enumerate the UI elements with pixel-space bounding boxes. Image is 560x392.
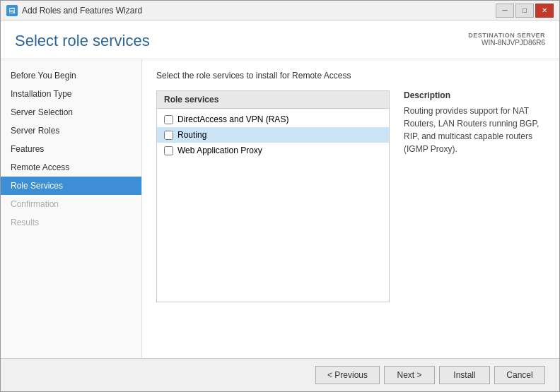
routing-checkbox[interactable]	[164, 131, 173, 140]
directaccess-checkbox[interactable]	[164, 115, 173, 124]
title-bar: Add Roles and Features Wizard ─ □ ✕	[1, 1, 559, 20]
description-text: Routing provides support for NAT Routers…	[404, 105, 545, 155]
web-app-proxy-label: Web Application Proxy	[177, 145, 262, 155]
footer: < Previous Next > Install Cancel	[1, 358, 559, 391]
directaccess-label: DirectAccess and VPN (RAS)	[177, 114, 288, 124]
destination-server-label: DESTINATION SERVER	[468, 32, 545, 39]
sidebar-item-before-you-begin[interactable]: Before You Begin	[1, 66, 141, 85]
minimize-button[interactable]: ─	[496, 4, 514, 18]
role-services-header: Role services	[157, 91, 389, 109]
two-column-layout: Role services DirectAccess and VPN (RAS)…	[156, 90, 545, 302]
main-content: Before You Begin Installation Type Serve…	[1, 59, 559, 358]
service-item-web-app-proxy[interactable]: Web Application Proxy	[157, 143, 389, 158]
routing-label: Routing	[177, 130, 206, 140]
svg-rect-1	[10, 9, 14, 10]
wizard-window: Add Roles and Features Wizard ─ □ ✕ Sele…	[0, 0, 560, 392]
svg-rect-3	[10, 12, 13, 13]
install-button[interactable]: Install	[439, 366, 490, 384]
role-services-list: DirectAccess and VPN (RAS) Routing Web A…	[157, 109, 389, 161]
sidebar-item-server-selection[interactable]: Server Selection	[1, 103, 141, 121]
maximize-button[interactable]: □	[515, 4, 534, 18]
destination-server-name: WIN-8NJVPJD86R6	[468, 39, 545, 47]
destination-server-info: DESTINATION SERVER WIN-8NJVPJD86R6	[468, 32, 545, 47]
sidebar-item-confirmation: Confirmation	[1, 195, 141, 213]
sidebar-item-role-services[interactable]: Role Services	[1, 177, 141, 195]
sidebar-item-installation-type[interactable]: Installation Type	[1, 85, 141, 103]
service-item-routing[interactable]: Routing	[157, 127, 389, 143]
service-item-directaccess[interactable]: DirectAccess and VPN (RAS)	[157, 112, 389, 127]
close-button[interactable]: ✕	[535, 4, 554, 18]
title-bar-controls: ─ □ ✕	[496, 4, 554, 18]
window-title: Add Roles and Features Wizard	[22, 6, 142, 16]
title-bar-left: Add Roles and Features Wizard	[6, 5, 142, 16]
sidebar-item-remote-access[interactable]: Remote Access	[1, 158, 141, 177]
role-services-panel: Role services DirectAccess and VPN (RAS)…	[156, 90, 390, 302]
next-button[interactable]: Next >	[384, 366, 435, 384]
sidebar-item-server-roles[interactable]: Server Roles	[1, 121, 141, 140]
page-title: Select role services	[15, 32, 150, 50]
web-app-proxy-checkbox[interactable]	[164, 146, 173, 155]
sidebar: Before You Begin Installation Type Serve…	[1, 59, 142, 358]
cancel-button[interactable]: Cancel	[494, 366, 545, 384]
description-header: Description	[404, 90, 545, 100]
sidebar-item-features[interactable]: Features	[1, 140, 141, 158]
previous-button[interactable]: < Previous	[315, 366, 380, 384]
content-panel: Select the role services to install for …	[142, 59, 559, 358]
sidebar-item-results: Results	[1, 213, 141, 232]
instruction-text: Select the role services to install for …	[156, 71, 545, 81]
page-header: Select role services DESTINATION SERVER …	[1, 20, 559, 59]
description-panel: Description Routing provides support for…	[404, 90, 545, 302]
svg-rect-2	[10, 11, 14, 11]
content-area: Select role services DESTINATION SERVER …	[1, 20, 559, 358]
wizard-icon	[6, 5, 18, 16]
